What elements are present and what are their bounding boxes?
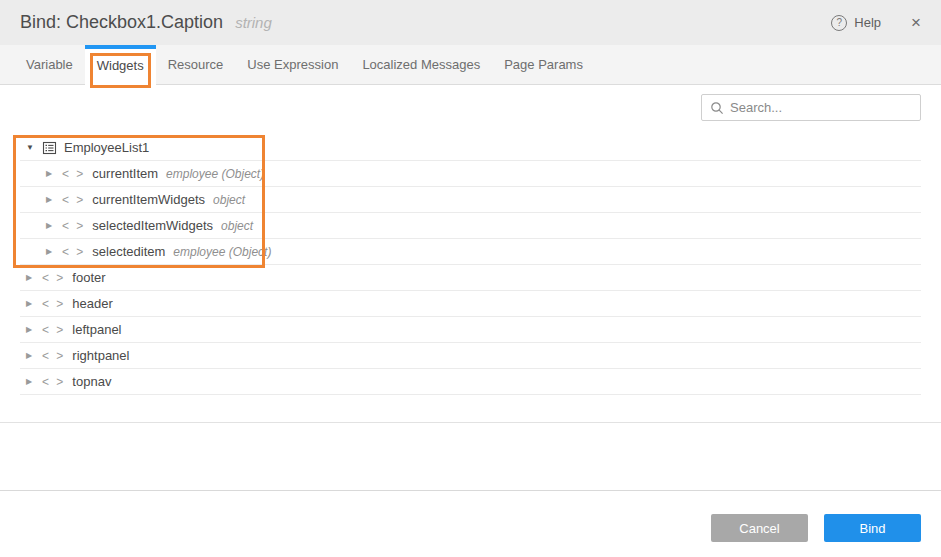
tree-row-rightpanel[interactable]: ▶ < > rightpanel [20, 343, 921, 369]
tree-row-header[interactable]: ▶ < > header [20, 291, 921, 317]
tree-row-selecteditemwidgets[interactable]: ▶ < > selectedItemWidgets object [20, 213, 921, 239]
bind-button[interactable]: Bind [824, 514, 921, 542]
tree-node-type: object [213, 193, 245, 207]
search-input[interactable] [730, 100, 912, 115]
caret-right-icon[interactable]: ▶ [46, 170, 62, 178]
code-icon: < > [62, 167, 85, 181]
tab-variable[interactable]: Variable [14, 45, 85, 85]
tree-node-label: header [72, 296, 112, 311]
tree-node-label: selecteditem [92, 244, 165, 259]
cancel-button[interactable]: Cancel [711, 514, 808, 542]
caret-right-icon[interactable]: ▶ [26, 274, 42, 282]
tab-use-expression[interactable]: Use Expression [235, 45, 350, 85]
tab-localized-messages[interactable]: Localized Messages [350, 45, 492, 85]
dialog-footer: Cancel Bind [0, 490, 941, 557]
caret-right-icon[interactable]: ▶ [26, 300, 42, 308]
code-icon: < > [42, 297, 65, 311]
bound-value-type: string [235, 14, 272, 31]
code-icon: < > [42, 375, 65, 389]
tree-row-footer[interactable]: ▶ < > footer [20, 265, 921, 291]
code-icon: < > [42, 323, 65, 337]
tree-row-leftpanel[interactable]: ▶ < > leftpanel [20, 317, 921, 343]
tree-node-label: currentItemWidgets [92, 192, 205, 207]
code-icon: < > [42, 349, 65, 363]
help-button[interactable]: ? Help [831, 15, 881, 31]
code-icon: < > [42, 271, 65, 285]
tree-row-selecteditem[interactable]: ▶ < > selecteditem employee (Object) [20, 239, 921, 265]
code-icon: < > [62, 245, 85, 259]
tree-node-label: rightpanel [72, 348, 129, 363]
tree-row-currentitemwidgets[interactable]: ▶ < > currentItemWidgets object [20, 187, 921, 213]
code-icon: < > [62, 193, 85, 207]
code-icon: < > [62, 219, 85, 233]
tab-page-params[interactable]: Page Params [492, 45, 595, 85]
tree-node-label: currentItem [92, 166, 158, 181]
tab-widgets[interactable]: Widgets [85, 45, 156, 85]
tree-node-type: object [221, 219, 253, 233]
tab-resource[interactable]: Resource [156, 45, 236, 85]
tree-row-currentitem[interactable]: ▶ < > currentItem employee (Object) [20, 161, 921, 187]
tree-node-label: topnav [72, 374, 111, 389]
tree-node-type: employee (Object) [166, 167, 264, 181]
dialog-header: Bind: Checkbox1.Caption string ? Help × [0, 0, 941, 45]
caret-down-icon[interactable]: ▼ [26, 144, 42, 152]
tree-node-label: leftpanel [72, 322, 121, 337]
tree-node-type: employee (Object) [173, 245, 271, 259]
caret-right-icon[interactable]: ▶ [26, 378, 42, 386]
caret-right-icon[interactable]: ▶ [46, 196, 62, 204]
tab-bar: Variable Widgets Resource Use Expression… [0, 45, 941, 85]
caret-right-icon[interactable]: ▶ [26, 352, 42, 360]
search-box[interactable] [701, 94, 921, 121]
tree-row-topnav[interactable]: ▶ < > topnav [20, 369, 921, 395]
help-label: Help [854, 15, 881, 30]
search-icon [710, 101, 724, 115]
caret-right-icon[interactable]: ▶ [46, 222, 62, 230]
help-icon: ? [831, 15, 847, 31]
tree-node-label: EmployeeList1 [64, 140, 149, 155]
tree-node-label: selectedItemWidgets [92, 218, 213, 233]
tree-node-label: footer [72, 270, 105, 285]
caret-right-icon[interactable]: ▶ [26, 326, 42, 334]
list-widget-icon [42, 141, 57, 155]
dialog-title: Bind: Checkbox1.Caption [20, 12, 223, 33]
content-divider [0, 422, 941, 423]
tree-row-employeelist1[interactable]: ▼ EmployeeList1 [20, 135, 921, 161]
tab-widgets-label: Widgets [97, 58, 144, 73]
widget-tree: ▼ EmployeeList1 ▶ < > currentItem employ… [0, 135, 941, 395]
search-row [0, 85, 941, 121]
close-icon[interactable]: × [911, 14, 921, 31]
bind-dialog: Bind: Checkbox1.Caption string ? Help × … [0, 0, 941, 557]
caret-right-icon[interactable]: ▶ [46, 248, 62, 256]
